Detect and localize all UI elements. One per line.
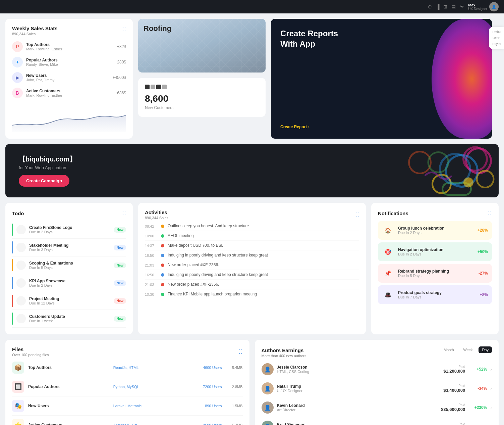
bottom-row: Todo ⁚⁚ Create FireStone Logo Due In 2 D… (0, 203, 504, 340)
notifications-options[interactable]: ⁚⁚ (488, 209, 492, 217)
stat-item: ✈ Popular Authors Randy, Steve, Mike +28… (12, 57, 126, 67)
activity-dot (161, 244, 164, 247)
notification-item: 🎩 Product goals strategy Due In 7 Days +… (378, 285, 492, 304)
card-options-dots[interactable]: ⁚⁚ (122, 26, 126, 33)
activity-time: 10:00 (145, 234, 158, 238)
campaign-banner-wrapper: 【biqubiqu.com】 for Your Web Application … (0, 144, 504, 203)
todo-title: Todo (12, 210, 24, 216)
activity-item: 16:50 Indulging in poorly driving and ke… (145, 270, 359, 280)
user-info: Max UX Designer 👤 (468, 2, 499, 11)
files-subtitle: Over 100 pending files (12, 353, 49, 357)
notification-item: 📌 Rebrand strategy planning Due In 5 Day… (378, 264, 492, 283)
weekly-sales-title: Weekly Sales Stats (12, 26, 126, 31)
todo-bar (12, 224, 13, 236)
earnings-tab-month[interactable]: Month (440, 346, 457, 353)
authors-earnings-title: Authors Earnings (262, 347, 306, 353)
activities-title: Activities (145, 209, 168, 215)
todo-bar (12, 313, 13, 325)
author-payment: Paid $35,600,000 (432, 403, 465, 412)
username: Max (468, 3, 487, 7)
files-options[interactable]: ⁚⁚ (239, 348, 243, 356)
right-panel-item-prebu[interactable]: Prebu (492, 30, 501, 34)
todo-item: Stakeholder Meeting Due In 3 Days New (12, 239, 126, 256)
author-info: Kevin Leonard Art Director (277, 403, 429, 412)
svg-point-3 (428, 152, 448, 173)
author-change: -34% (468, 386, 487, 391)
file-name: Top Authors (28, 365, 109, 370)
todo-list: Create FireStone Logo Due In 2 Days New … (12, 221, 126, 328)
todo-checkbox[interactable] (16, 243, 26, 252)
todo-checkbox[interactable] (16, 225, 26, 234)
layout-icon[interactable]: ▤ (451, 4, 456, 9)
stat-text: Top Authors Mark, Rowling, Esther (26, 42, 114, 51)
activity-time: 21:03 (145, 283, 158, 287)
activity-item: 16:50 Indulging in poorly driving and ke… (145, 250, 359, 260)
notif-icon: 🎩 (382, 289, 394, 301)
activity-item: 14:37 Make deposit USD 700. to ESL (145, 241, 359, 250)
file-name: Popular Authors (28, 384, 109, 389)
roofing-label: Roofing (144, 24, 171, 33)
author-arrow-icon[interactable]: › (490, 386, 492, 391)
right-panel-item-get-h[interactable]: Get H (492, 36, 501, 40)
activity-dot (161, 254, 164, 257)
create-reports-title: Create Reports With App (280, 28, 483, 49)
topbar: ⊙ ▐ ⊞ ▤ ☀ Max UX Designer 👤 (0, 0, 504, 13)
activity-desc: Indulging in poorly driving and keep str… (168, 253, 359, 257)
file-tech: ReactJs, HTML (113, 366, 194, 370)
grid-icon[interactable]: ⊞ (443, 4, 447, 9)
file-icon: ⭐ (12, 419, 24, 425)
notification-item: 🎯 Navigation optimization Due In 2 Days … (378, 242, 492, 261)
search-icon[interactable]: ⊙ (428, 4, 432, 9)
square-gray2 (162, 85, 167, 89)
todo-options[interactable]: ⁚⁚ (122, 209, 126, 217)
theme-icon[interactable]: ☀ (460, 4, 464, 9)
todo-checkbox[interactable] (16, 278, 26, 288)
todo-badge: New (114, 280, 126, 286)
notif-icon: 🏠 (382, 224, 394, 236)
activity-desc: Indulging in poorly driving and keep str… (168, 272, 359, 277)
stat-value: +82$ (117, 44, 126, 49)
todo-text: Stakeholder Meeting Due In 3 Days (29, 243, 110, 252)
author-arrow-icon[interactable]: › (490, 367, 492, 372)
deco-svg (381, 144, 499, 197)
author-avatar: 👤 (262, 382, 274, 394)
squares-decoration (145, 85, 259, 89)
notifications-title: Notifications (378, 210, 408, 216)
activity-dot (161, 234, 164, 238)
activities-subtitle: 890,344 Sales (145, 216, 168, 220)
activity-dot (161, 273, 164, 277)
weekly-sales-subtitle: 890,344 Sales (12, 32, 126, 36)
activity-time: 16:50 (145, 273, 158, 277)
activities-options[interactable]: ⁚⁚ (355, 211, 359, 219)
earnings-tab-day[interactable]: Day (479, 346, 492, 353)
new-customers-card: 8,600 New Customers (138, 78, 266, 117)
todo-badge: New (114, 298, 126, 304)
activity-desc: New order placed #XF-2356. (168, 282, 359, 287)
activity-desc: Make deposit USD 700. to ESL (168, 243, 359, 248)
todo-checkbox[interactable] (16, 296, 26, 305)
right-panel-item-buy-n[interactable]: Buy N (492, 42, 501, 46)
roofing-card: Roofing (138, 19, 266, 73)
create-campaign-button[interactable]: Create Campaign (19, 175, 69, 187)
todo-bar (12, 241, 13, 253)
file-users: 7200 Users (199, 385, 222, 389)
activity-desc: Finance KPI Mobile app launch preparion … (168, 292, 359, 296)
adjust-icon[interactable]: ▐ (436, 4, 439, 9)
author-item: 👤 Natali Trump UI/UX Designer Paid $3,40… (262, 379, 492, 398)
square-dark (145, 85, 150, 89)
file-tech: AngularJS, C# (113, 423, 194, 425)
create-report-link[interactable]: Create Report › (280, 125, 483, 129)
todo-checkbox[interactable] (16, 314, 26, 323)
notif-value: +28% (478, 228, 488, 233)
file-item: 🎭 New Users Laravel, Metronic 890 Users … (12, 396, 243, 416)
todo-checkbox[interactable] (16, 261, 26, 270)
author-arrow-icon[interactable]: › (490, 405, 492, 410)
svg-point-2 (477, 171, 494, 188)
file-users: 4600 Users (199, 423, 222, 425)
activity-item: 08:42 Outlines keep you honest. And keep… (145, 221, 359, 231)
right-panel: PrebuGet HBuy N (489, 27, 504, 49)
stat-value: +280$ (115, 60, 126, 64)
stat-value: +686$ (115, 91, 126, 95)
files-title: Files (12, 346, 49, 352)
earnings-tab-week[interactable]: Week (460, 346, 476, 353)
